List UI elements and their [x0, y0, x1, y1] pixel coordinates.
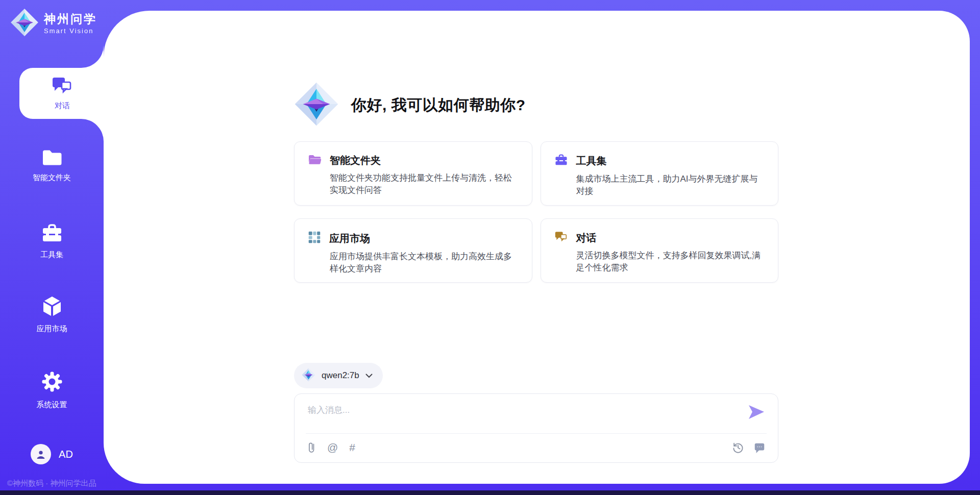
sidebar-item-label: 工具集	[40, 250, 63, 260]
message-input[interactable]	[307, 403, 727, 432]
greeting-text: 你好, 我可以如何帮助你?	[351, 95, 526, 116]
sidebar-item-label: 智能文件夹	[33, 173, 71, 183]
card-title: 工具集	[576, 154, 607, 168]
attachment-icon[interactable]	[307, 441, 316, 454]
card-description: 灵活切换多模型文件，支持多样回复效果调试,满足个性化需求	[576, 250, 765, 274]
user-profile[interactable]: AD	[0, 444, 104, 464]
copyright-text: ©神州数码 · 神州问学出品	[7, 479, 96, 488]
mention-icon[interactable]: @	[327, 441, 338, 454]
chat-bubbles-icon	[51, 76, 74, 97]
sidebar-item-chat[interactable]: 对话	[19, 68, 105, 119]
history-icon[interactable]	[732, 441, 744, 454]
sidebar-item-smart-folder[interactable]: 智能文件夹	[0, 148, 104, 183]
user-name: AD	[59, 449, 73, 460]
gear-icon	[40, 370, 64, 395]
cube-icon	[41, 295, 63, 319]
sidebar-item-toolset[interactable]: 工具集	[0, 223, 104, 260]
folder-icon	[308, 154, 322, 167]
folder-icon	[41, 148, 63, 168]
feedback-chat-icon[interactable]	[753, 441, 766, 454]
brand: 神州问学 Smart Vision	[10, 8, 97, 39]
toolbox-icon	[554, 154, 568, 168]
send-icon[interactable]	[748, 405, 765, 421]
card-description: 应用市场提供丰富长文本模板，助力高效生成多样化文章内容	[330, 251, 519, 275]
card-toolset[interactable]: 工具集 集成市场上主流工具，助力AI与外界无缝扩展与对接	[541, 141, 779, 206]
model-selector[interactable]: qwen2:7b	[294, 363, 383, 388]
chat-bubbles-icon	[554, 231, 568, 245]
toolbox-icon	[41, 223, 63, 245]
avatar	[31, 444, 51, 464]
model-name: qwen2:7b	[322, 370, 359, 381]
card-description: 集成市场上主流工具，助力AI与外界无缝扩展与对接	[576, 173, 765, 197]
composer-divider	[306, 433, 767, 434]
sidebar-item-label: 应用市场	[37, 324, 67, 334]
sidebar-item-app-market[interactable]: 应用市场	[0, 295, 104, 334]
card-app-market[interactable]: 应用市场 应用市场提供丰富长文本模板，助力高效生成多样化文章内容	[294, 218, 532, 283]
sidebar-item-label: 系统设置	[37, 400, 67, 410]
brand-subtitle: Smart Vision	[44, 27, 97, 35]
card-chat[interactable]: 对话 灵活切换多模型文件，支持多样回复效果调试,满足个性化需求	[541, 218, 779, 283]
composer-toolbar: @ #	[307, 441, 766, 454]
model-diamond-icon	[302, 368, 315, 384]
sidebar-item-label: 对话	[55, 101, 70, 111]
card-smart-folder[interactable]: 智能文件夹 智能文件夹功能支持批量文件上传与清洗，轻松实现文件问答	[294, 141, 532, 206]
message-composer: @ #	[294, 393, 778, 463]
apps-grid-icon	[308, 231, 321, 246]
greeting: 你好, 我可以如何帮助你?	[294, 82, 526, 129]
card-description: 智能文件夹功能支持批量文件上传与清洗，轻松实现文件问答	[330, 172, 519, 196]
assistant-diamond-icon	[294, 82, 339, 129]
active-tab-fillet-bottom	[81, 119, 104, 141]
hashtag-icon[interactable]: #	[349, 441, 355, 454]
brand-logo-diamond-icon	[10, 8, 39, 39]
chevron-down-icon	[365, 374, 373, 378]
card-title: 智能文件夹	[330, 154, 381, 167]
sidebar: 神州问学 Smart Vision 对话 智能文件夹	[0, 0, 104, 495]
feature-cards: 智能文件夹 智能文件夹功能支持批量文件上传与清洗，轻松实现文件问答 工具集 集成…	[294, 141, 778, 283]
sidebar-item-settings[interactable]: 系统设置	[0, 370, 104, 410]
card-title: 应用市场	[329, 232, 370, 245]
card-title: 对话	[576, 231, 597, 245]
brand-name: 神州问学	[44, 12, 97, 26]
window-bottom-edge	[0, 490, 980, 495]
active-tab-fillet-top	[81, 45, 104, 68]
